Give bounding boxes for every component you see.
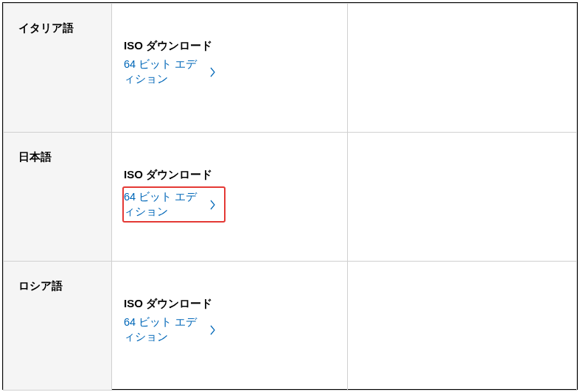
iso-download-label: ISO ダウンロード [124,39,335,53]
empty-cell [348,133,577,262]
language-cell-russian: ロシア語 [4,262,112,391]
highlight-annotation: 64 ビット エディション [122,186,226,223]
chevron-right-icon [209,200,217,210]
language-cell-japanese: 日本語 [4,133,112,262]
language-cell-italian: イタリア語 [4,4,112,133]
iso-download-label: ISO ダウンロード [124,168,335,182]
chevron-right-icon [209,67,217,77]
download-link-64bit[interactable]: 64 ビット エディション [124,190,218,219]
language-name: イタリア語 [18,21,74,34]
language-table: イタリア語 ISO ダウンロード 64 ビット エディション 日本語 [3,3,577,391]
download-cell: ISO ダウンロード 64 ビット エディション [112,4,348,133]
table-row: ロシア語 ISO ダウンロード 64 ビット エディション [4,262,577,391]
iso-download-label: ISO ダウンロード [124,297,335,311]
empty-cell [348,262,577,391]
download-link-text: 64 ビット エディション [124,315,205,344]
download-link-text: 64 ビット エディション [124,190,205,219]
empty-cell [348,4,577,133]
download-cell: ISO ダウンロード 64 ビット エディション [112,133,348,262]
download-link-text: 64 ビット エディション [124,57,205,86]
language-name: 日本語 [18,150,52,163]
download-cell: ISO ダウンロード 64 ビット エディション [112,262,348,391]
table-row: イタリア語 ISO ダウンロード 64 ビット エディション [4,4,577,133]
download-link-64bit[interactable]: 64 ビット エディション [124,315,217,344]
download-table: イタリア語 ISO ダウンロード 64 ビット エディション 日本語 [2,2,578,390]
table-row: 日本語 ISO ダウンロード 64 ビット エディション [4,133,577,262]
chevron-right-icon [209,325,217,335]
download-link-64bit[interactable]: 64 ビット エディション [124,57,217,86]
language-name: ロシア語 [18,279,63,292]
